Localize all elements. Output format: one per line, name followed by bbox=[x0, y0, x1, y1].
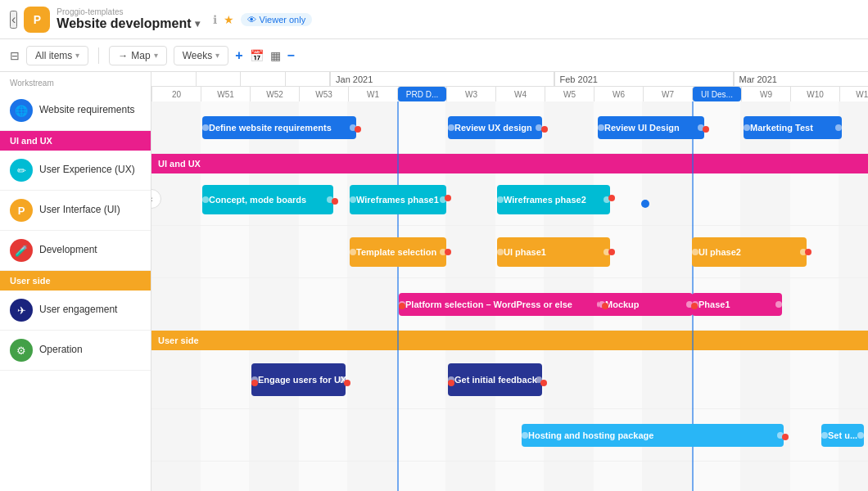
app-icon: P bbox=[24, 7, 50, 33]
week-w10: W10 bbox=[790, 87, 839, 101]
task-get-feedback[interactable]: Get initial feedback bbox=[448, 363, 542, 396]
task-engage-users[interactable]: Engage users for UX test bbox=[251, 363, 346, 396]
ux-icon: ✏ bbox=[10, 159, 33, 182]
dot-9 bbox=[805, 249, 811, 255]
dot-7 bbox=[445, 249, 451, 255]
viewer-label: Viewer only bbox=[260, 15, 306, 25]
dropdown-arrow: ▾ bbox=[75, 51, 79, 60]
week-w52: W52 bbox=[250, 87, 299, 101]
user-side-section-bar: User side bbox=[0, 271, 151, 291]
month-feb: Feb 2021 bbox=[554, 72, 734, 86]
ux-label: User Experience (UX) bbox=[39, 164, 135, 177]
week-w6: W6 bbox=[594, 87, 643, 101]
task-wireframes-p2[interactable]: Wireframes phase2 bbox=[497, 185, 610, 214]
dot-6 bbox=[608, 195, 615, 201]
map-icon: → bbox=[118, 50, 128, 61]
dot-11 bbox=[602, 303, 608, 309]
task-ui-phase1[interactable]: UI phase1 bbox=[497, 237, 610, 267]
sidebar-item-website-req[interactable]: 🌐 Website requirements bbox=[0, 91, 151, 131]
week-w3: W3 bbox=[446, 87, 495, 101]
weeks-dropdown-arrow: ▾ bbox=[215, 51, 219, 60]
ui-label: User Interface (UI) bbox=[39, 204, 120, 217]
breadcrumb: Proggio-templates bbox=[57, 7, 199, 16]
weeks-label: Weeks bbox=[183, 50, 212, 61]
month-jan: Jan 2021 bbox=[330, 72, 554, 86]
grid-icon[interactable]: ▦ bbox=[270, 49, 281, 62]
calendar-icon[interactable]: 📅 bbox=[250, 49, 264, 62]
week-w4: W4 bbox=[495, 87, 545, 101]
task-review-ui[interactable]: Review UI Design bbox=[598, 116, 704, 139]
title-dropdown-icon[interactable]: ▾ bbox=[195, 18, 200, 29]
dev-label: Development bbox=[39, 244, 97, 257]
page-title: Website development ▾ bbox=[57, 16, 199, 31]
gantt-user-side-label: User side bbox=[158, 336, 199, 345]
task-platform-sel[interactable]: Platform selection – WordPress or else bbox=[399, 293, 604, 316]
task-wireframes-p1[interactable]: Wireframes phase1 bbox=[350, 185, 446, 214]
week-prd: PRD D... bbox=[397, 87, 446, 101]
info-icon[interactable]: ℹ bbox=[213, 13, 217, 26]
sidebar-item-ux[interactable]: ✏ User Experience (UX) bbox=[0, 151, 151, 191]
map-dropdown[interactable]: → Map ▾ bbox=[109, 46, 166, 65]
dot-3 bbox=[703, 126, 709, 133]
dot-blue bbox=[641, 200, 649, 208]
all-items-dropdown[interactable]: All items ▾ bbox=[26, 46, 88, 65]
title-text: Website development bbox=[57, 16, 191, 31]
dot-12 bbox=[691, 303, 698, 309]
dot-2 bbox=[541, 126, 548, 133]
task-marketing-test[interactable]: Marketing Test bbox=[744, 116, 842, 139]
task-review-ux[interactable]: Review UX design bbox=[448, 116, 542, 139]
task-mockup[interactable]: Mockup bbox=[599, 293, 693, 316]
dot-15 bbox=[448, 380, 454, 386]
week-ui-des: UI Des... bbox=[692, 87, 741, 101]
dev-icon: 🧪 bbox=[10, 239, 33, 262]
operation-label: Operation bbox=[39, 344, 83, 357]
task-concept-boards[interactable]: Concept, mode boards bbox=[202, 185, 333, 214]
task-ui-phase2[interactable]: UI phase2 bbox=[692, 237, 807, 267]
operation-icon: ⚙ bbox=[10, 339, 33, 362]
task-define-web-req[interactable]: Define website requirements bbox=[202, 116, 356, 139]
sidebar-item-operation[interactable]: ⚙ Operation bbox=[0, 331, 151, 371]
week-w53: W53 bbox=[299, 87, 348, 101]
dot-13 bbox=[251, 380, 258, 386]
dot-5 bbox=[445, 195, 451, 201]
dot-17 bbox=[782, 434, 789, 440]
back-button[interactable]: ‹ bbox=[10, 11, 17, 29]
dot-16 bbox=[540, 380, 547, 386]
ui-ux-section-label: UI and UX bbox=[10, 136, 52, 146]
map-label: Map bbox=[131, 50, 150, 61]
sidebar-item-dev[interactable]: 🧪 Development bbox=[0, 231, 151, 271]
week-w7: W7 bbox=[643, 87, 692, 101]
sidebar-item-user-engagement[interactable]: ✈ User engagement bbox=[0, 291, 151, 331]
engagement-icon: ✈ bbox=[10, 299, 33, 322]
website-req-label: Website requirements bbox=[39, 104, 135, 117]
week-w5: W5 bbox=[545, 87, 594, 101]
week-w51: W51 bbox=[201, 87, 250, 101]
star-icon[interactable]: ★ bbox=[224, 13, 234, 26]
gantt-chart: Jan 2021 Feb 2021 Mar 2021 20 W51 W52 W5… bbox=[151, 72, 868, 491]
week-w9: W9 bbox=[741, 87, 790, 101]
engagement-label: User engagement bbox=[39, 304, 117, 317]
week-w1: W1 bbox=[348, 87, 397, 101]
add-button[interactable]: + bbox=[235, 48, 242, 63]
ui-ux-section-bar: UI and UX bbox=[0, 131, 151, 151]
workstream-label: Workstream bbox=[0, 72, 151, 91]
week-20: 20 bbox=[151, 87, 201, 101]
task-template-sel[interactable]: Template selection bbox=[350, 237, 446, 267]
weeks-dropdown[interactable]: Weeks ▾ bbox=[174, 46, 228, 65]
month-mar: Mar 2021 bbox=[734, 72, 868, 86]
user-side-section-label: User side bbox=[10, 276, 51, 286]
filter-button[interactable]: ⊟ bbox=[10, 49, 20, 62]
dot-1 bbox=[355, 126, 361, 133]
ui-icon: P bbox=[10, 199, 33, 222]
viewer-badge: 👁 Viewer only bbox=[241, 13, 313, 26]
task-hosting[interactable]: Hosting and hosting package bbox=[522, 424, 784, 447]
website-req-icon: 🌐 bbox=[10, 99, 33, 122]
all-items-label: All items bbox=[35, 50, 72, 61]
map-dropdown-arrow: ▾ bbox=[154, 51, 158, 60]
task-phase1[interactable]: Phase1 bbox=[692, 293, 782, 316]
eye-icon: 👁 bbox=[247, 15, 256, 25]
week-w11: W11 bbox=[839, 87, 868, 101]
sidebar-item-ui[interactable]: P User Interface (UI) bbox=[0, 191, 151, 231]
minus-button[interactable]: − bbox=[287, 48, 295, 63]
task-setup[interactable]: Set u... bbox=[821, 424, 864, 447]
